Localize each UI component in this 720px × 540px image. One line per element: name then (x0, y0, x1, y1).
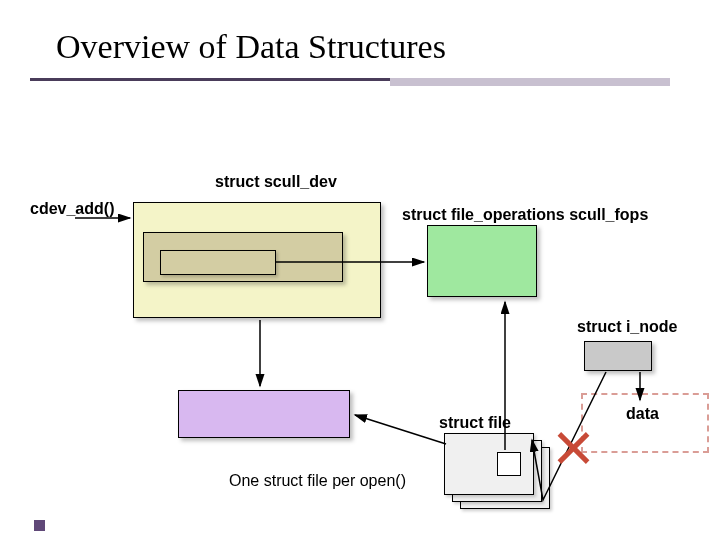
label-cdev-add: cdev_add() (30, 200, 114, 218)
svg-line-4 (355, 415, 446, 444)
box-inode (584, 341, 652, 371)
box-data (178, 390, 350, 438)
box-fops (427, 225, 537, 297)
label-file: struct file (439, 414, 511, 432)
label-scull-dev: struct scull_dev (215, 173, 337, 191)
page-title: Overview of Data Structures (56, 28, 446, 66)
red-cross-icon (555, 430, 591, 466)
file-inner-box (497, 452, 521, 476)
label-fops: struct file_operations scull_fops (402, 206, 648, 224)
box-cdev-inner (160, 250, 276, 275)
title-underline (30, 78, 670, 86)
footer-bullet-icon (34, 520, 45, 531)
label-caption: One struct file per open() (229, 472, 406, 490)
label-inode: struct i_node (577, 318, 677, 336)
box-data-dashed (581, 393, 709, 453)
